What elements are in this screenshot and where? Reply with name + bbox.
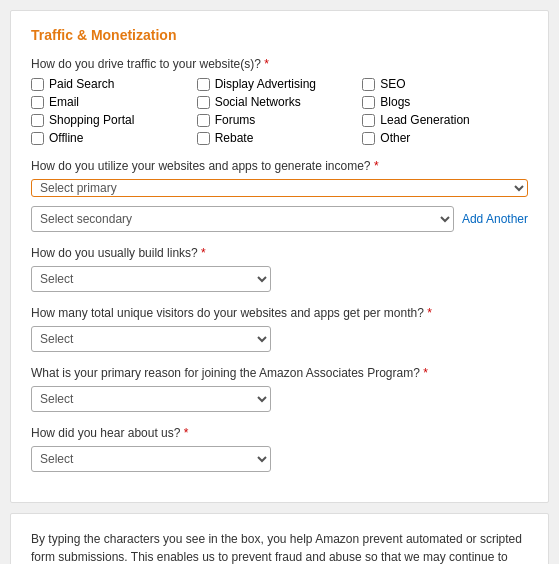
- captcha-description: By typing the characters you see in the …: [31, 530, 528, 564]
- checkbox-lead-generation[interactable]: Lead Generation: [362, 113, 528, 127]
- unique-visitors-select[interactable]: Select: [31, 326, 271, 352]
- checkbox-blogs[interactable]: Blogs: [362, 95, 528, 109]
- other-checkbox[interactable]: [362, 132, 375, 145]
- checkbox-email[interactable]: Email: [31, 95, 197, 109]
- income-secondary-row: Select secondary Add Another: [31, 206, 528, 232]
- primary-reason-select[interactable]: Select: [31, 386, 271, 412]
- social-networks-checkbox[interactable]: [197, 96, 210, 109]
- shopping-portal-checkbox[interactable]: [31, 114, 44, 127]
- traffic-checkboxes: Paid Search Display Advertising SEO Emai…: [31, 77, 528, 145]
- build-links-select[interactable]: Select: [31, 266, 271, 292]
- captcha-card: By typing the characters you see in the …: [10, 513, 549, 564]
- section-title: Traffic & Monetization: [31, 27, 528, 43]
- blogs-checkbox[interactable]: [362, 96, 375, 109]
- unique-visitors-label: How many total unique visitors do your w…: [31, 306, 528, 320]
- checkbox-offline[interactable]: Offline: [31, 131, 197, 145]
- income-secondary-select[interactable]: Select secondary: [31, 206, 454, 232]
- traffic-question-group: How do you drive traffic to your website…: [31, 57, 528, 145]
- checkbox-other[interactable]: Other: [362, 131, 528, 145]
- income-selects: Select primary Select secondary Add Anot…: [31, 179, 528, 232]
- unique-visitors-group: How many total unique visitors do your w…: [31, 306, 528, 352]
- lead-generation-checkbox[interactable]: [362, 114, 375, 127]
- checkbox-shopping-portal[interactable]: Shopping Portal: [31, 113, 197, 127]
- heard-about-label: How did you hear about us? *: [31, 426, 528, 440]
- offline-checkbox[interactable]: [31, 132, 44, 145]
- seo-checkbox[interactable]: [362, 78, 375, 91]
- checkbox-paid-search[interactable]: Paid Search: [31, 77, 197, 91]
- checkbox-rebate[interactable]: Rebate: [197, 131, 363, 145]
- display-advertising-checkbox[interactable]: [197, 78, 210, 91]
- rebate-checkbox[interactable]: [197, 132, 210, 145]
- checkbox-seo[interactable]: SEO: [362, 77, 528, 91]
- heard-about-group: How did you hear about us? * Select: [31, 426, 528, 472]
- checkbox-display-advertising[interactable]: Display Advertising: [197, 77, 363, 91]
- traffic-monetization-card: Traffic & Monetization How do you drive …: [10, 10, 549, 503]
- checkbox-social-networks[interactable]: Social Networks: [197, 95, 363, 109]
- heard-about-select[interactable]: Select: [31, 446, 271, 472]
- checkbox-forums[interactable]: Forums: [197, 113, 363, 127]
- primary-reason-group: What is your primary reason for joining …: [31, 366, 528, 412]
- build-links-group: How do you usually build links? * Select: [31, 246, 528, 292]
- traffic-label: How do you drive traffic to your website…: [31, 57, 528, 71]
- build-links-label: How do you usually build links? *: [31, 246, 528, 260]
- forums-checkbox[interactable]: [197, 114, 210, 127]
- email-checkbox[interactable]: [31, 96, 44, 109]
- add-another-link[interactable]: Add Another: [462, 212, 528, 226]
- income-label: How do you utilize your websites and app…: [31, 159, 528, 173]
- income-question-group: How do you utilize your websites and app…: [31, 159, 528, 232]
- paid-search-checkbox[interactable]: [31, 78, 44, 91]
- income-primary-select[interactable]: Select primary: [31, 179, 528, 197]
- primary-reason-label: What is your primary reason for joining …: [31, 366, 528, 380]
